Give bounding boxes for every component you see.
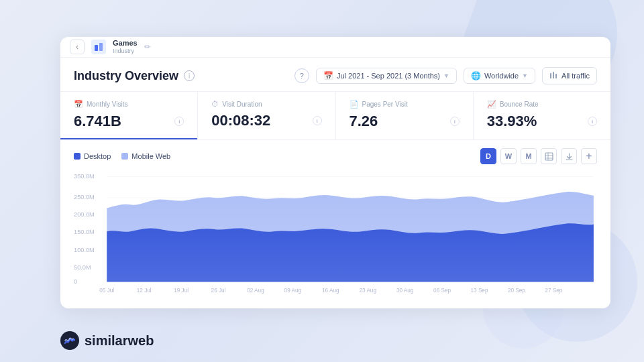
- metric-value: 33.93% i: [487, 113, 597, 130]
- chart-controls: D W M +: [480, 148, 597, 164]
- page-title: Industry Overview: [74, 69, 178, 83]
- legend-dot-desktop: [74, 153, 80, 160]
- date-filter[interactable]: 📅 Jul 2021 - Sep 2021 (3 Months) ▼: [316, 68, 457, 84]
- svg-rect-4: [555, 74, 557, 78]
- header-left: Industry Overview i: [74, 69, 195, 83]
- breadcrumb-subtitle: Industry: [113, 48, 138, 55]
- x-label-2: 19 Jul: [174, 287, 189, 294]
- chart-btn-w[interactable]: W: [500, 148, 517, 164]
- brand-logo-icon: [60, 331, 79, 350]
- download-icon[interactable]: [561, 148, 577, 164]
- globe-icon: 🌐: [471, 71, 481, 80]
- y-label-350: 350.0M: [74, 172, 95, 179]
- chart-area: Desktop Mobile Web D W M: [60, 140, 610, 308]
- svg-rect-5: [545, 153, 553, 160]
- metric-value: 7.26 i: [350, 113, 460, 130]
- brand-name: similarweb: [85, 333, 154, 349]
- breadcrumb-title: Games: [113, 39, 138, 48]
- metric-pages-per-visit[interactable]: 📄 Pages Per Visit 7.26 i: [336, 92, 474, 139]
- back-button[interactable]: ‹: [70, 40, 85, 54]
- help-button[interactable]: ?: [294, 68, 309, 83]
- legend-desktop: Desktop: [74, 152, 111, 160]
- calendar-icon: 📅: [323, 71, 333, 80]
- chart-wrapper: 350.0M 250.0M 200.0M 150.0M 100.0M 50.0M…: [74, 170, 597, 303]
- chart-btn-m[interactable]: M: [521, 148, 537, 164]
- svg-rect-1: [99, 43, 103, 51]
- x-label-7: 23 Aug: [359, 287, 376, 294]
- metric-value: 6.741B i: [74, 113, 184, 130]
- metric-icon: 📅: [74, 100, 83, 109]
- header-right: ? 📅 Jul 2021 - Sep 2021 (3 Months) ▼ 🌐 W…: [294, 67, 597, 84]
- date-filter-label: Jul 2021 - Sep 2021 (3 Months): [337, 72, 440, 80]
- traffic-filter-label: All traffic: [561, 72, 590, 80]
- topbar: ‹ Games Industry ✏: [60, 37, 610, 58]
- geo-filter-label: Worldwide: [484, 72, 519, 80]
- y-label-250: 250.0M: [74, 194, 95, 200]
- y-label-0: 0: [74, 278, 77, 285]
- metric-label: 📅 Monthly Visits: [74, 100, 184, 109]
- metric-bounce-rate[interactable]: 📈 Bounce Rate 33.93% i: [474, 92, 610, 139]
- metric-icon: 📈: [487, 100, 496, 109]
- chevron-down-icon-geo: ▼: [522, 72, 528, 79]
- chart-btn-d[interactable]: D: [480, 148, 496, 164]
- svg-rect-2: [550, 73, 551, 78]
- breadcrumb: Games Industry: [113, 39, 138, 55]
- legend-label-mobile: Mobile Web: [131, 152, 170, 160]
- metric-info-icon[interactable]: i: [313, 116, 322, 125]
- metric-icon: ⏱: [211, 100, 219, 108]
- x-label-9: 06 Sep: [433, 287, 451, 294]
- metric-label: 📄 Pages Per Visit: [350, 100, 460, 109]
- metric-label: 📈 Bounce Rate: [487, 100, 597, 109]
- legend-label-desktop: Desktop: [84, 152, 111, 160]
- x-label-12: 27 Sep: [545, 287, 562, 294]
- main-card: ‹ Games Industry ✏ Industry Overview i ?…: [60, 37, 610, 308]
- desktop-area: [107, 223, 594, 282]
- x-label-0: 05 Jul: [99, 287, 114, 294]
- x-label-10: 13 Sep: [471, 287, 488, 294]
- x-label-8: 30 Aug: [396, 287, 414, 294]
- svg-rect-0: [95, 45, 98, 51]
- title-info-icon[interactable]: i: [184, 70, 195, 81]
- metric-info-icon[interactable]: i: [174, 117, 184, 126]
- geo-filter[interactable]: 🌐 Worldwide ▼: [464, 68, 535, 84]
- area-chart: 350.0M 250.0M 200.0M 150.0M 100.0M 50.0M…: [74, 170, 597, 303]
- y-label-200: 200.0M: [74, 211, 95, 218]
- x-label-6: 16 Aug: [322, 287, 339, 294]
- chart-table-icon[interactable]: [541, 148, 557, 164]
- x-label-1: 12 Jul: [137, 287, 152, 294]
- traffic-filter[interactable]: All traffic: [542, 67, 597, 84]
- metric-visit-duration[interactable]: ⏱ Visit Duration 00:08:32 i: [198, 92, 335, 139]
- metric-icon: 📄: [350, 100, 359, 109]
- metric-info-icon[interactable]: i: [450, 117, 460, 126]
- brand: similarweb: [60, 331, 154, 350]
- x-label-5: 09 Aug: [284, 287, 302, 294]
- metric-info-icon[interactable]: i: [588, 117, 597, 126]
- add-icon[interactable]: +: [581, 148, 597, 164]
- edit-icon[interactable]: ✏: [144, 42, 151, 52]
- chart-legend: Desktop Mobile Web D W M: [74, 148, 597, 164]
- svg-rect-3: [553, 72, 554, 78]
- y-label-50: 50.0M: [74, 264, 91, 271]
- metric-monthly-visits[interactable]: 📅 Monthly Visits 6.741B i: [60, 92, 198, 139]
- x-label-3: 26 Jul: [211, 287, 226, 294]
- chevron-down-icon: ▼: [443, 72, 449, 79]
- y-label-150: 150.0M: [74, 229, 95, 235]
- page-header: Industry Overview i ? 📅 Jul 2021 - Sep 2…: [60, 58, 610, 92]
- y-label-100: 100.0M: [74, 246, 95, 253]
- legend-dot-mobile: [121, 153, 128, 160]
- breadcrumb-icon: [91, 40, 106, 54]
- legend-mobile: Mobile Web: [121, 152, 170, 160]
- x-label-11: 20 Sep: [508, 287, 525, 294]
- metric-label: ⏱ Visit Duration: [211, 100, 321, 108]
- x-label-4: 02 Aug: [247, 287, 264, 294]
- metrics-row: 📅 Monthly Visits 6.741B i ⏱ Visit Durati…: [60, 92, 610, 140]
- metric-value: 00:08:32 i: [211, 112, 321, 129]
- traffic-icon: [549, 70, 558, 81]
